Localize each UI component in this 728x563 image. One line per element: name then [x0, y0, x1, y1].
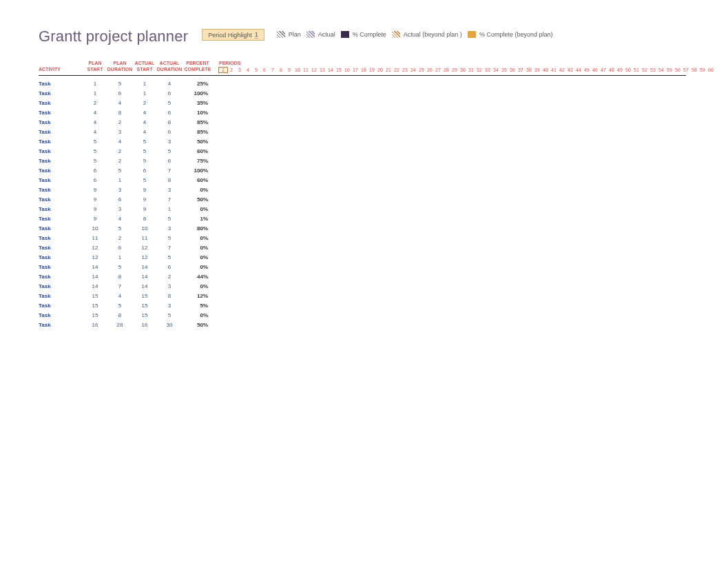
actual-start[interactable]: 1 — [134, 90, 156, 96]
actual-duration[interactable]: 5 — [156, 312, 183, 318]
actual-start[interactable]: 11 — [134, 235, 156, 241]
plan-duration[interactable]: 4 — [106, 293, 134, 299]
task-name[interactable]: Task — [39, 167, 84, 174]
actual-start[interactable]: 14 — [134, 283, 156, 289]
plan-start[interactable]: 1 — [84, 90, 106, 96]
period-cell[interactable]: 46 — [591, 68, 599, 72]
plan-start[interactable]: 1 — [84, 81, 106, 87]
percent-complete[interactable]: 80% — [183, 225, 212, 232]
plan-start[interactable]: 10 — [84, 225, 106, 232]
plan-start[interactable]: 6 — [84, 177, 106, 183]
plan-duration[interactable]: 5 — [106, 303, 134, 309]
period-cell[interactable]: 11 — [302, 68, 310, 72]
plan-start[interactable]: 11 — [84, 235, 106, 241]
period-cell[interactable]: 60 — [707, 68, 715, 72]
period-cell[interactable]: 21 — [384, 68, 393, 72]
task-name[interactable]: Task — [39, 322, 84, 328]
actual-duration[interactable]: 6 — [156, 129, 183, 135]
period-cell[interactable]: 6 — [260, 68, 269, 72]
task-name[interactable]: Task — [39, 139, 84, 145]
plan-duration[interactable]: 2 — [106, 148, 134, 154]
percent-complete[interactable]: 50% — [183, 322, 212, 328]
period-cell[interactable]: 35 — [500, 68, 508, 72]
period-cell[interactable]: 54 — [657, 68, 665, 72]
actual-duration[interactable]: 6 — [156, 90, 183, 96]
plan-duration[interactable]: 4 — [106, 100, 134, 106]
percent-complete[interactable]: 60% — [183, 177, 212, 183]
period-cell[interactable]: 52 — [641, 68, 649, 72]
period-cell[interactable]: 14 — [326, 68, 335, 72]
period-cell[interactable]: 3 — [236, 68, 244, 72]
percent-complete[interactable]: 50% — [183, 139, 212, 145]
actual-duration[interactable]: 5 — [156, 216, 183, 222]
period-cell[interactable]: 5 — [252, 68, 260, 72]
actual-duration[interactable]: 1 — [156, 206, 183, 212]
plan-start[interactable]: 16 — [84, 322, 106, 328]
percent-complete[interactable]: 75% — [183, 158, 212, 164]
period-cell[interactable]: 13 — [318, 68, 326, 72]
period-cell[interactable]: 40 — [541, 68, 550, 72]
actual-duration[interactable]: 2 — [156, 274, 183, 280]
task-name[interactable]: Task — [39, 110, 84, 116]
task-name[interactable]: Task — [39, 119, 84, 125]
period-cell[interactable]: 19 — [368, 68, 376, 72]
period-cell[interactable]: 29 — [450, 68, 459, 72]
plan-duration[interactable]: 3 — [106, 206, 134, 212]
period-cell[interactable]: 47 — [599, 68, 607, 72]
period-cell[interactable]: 20 — [376, 68, 384, 72]
plan-duration[interactable]: 8 — [106, 274, 134, 280]
plan-start[interactable]: 4 — [84, 110, 106, 116]
period-cell[interactable]: 37 — [517, 68, 525, 72]
task-name[interactable]: Task — [39, 129, 84, 135]
actual-start[interactable]: 6 — [134, 167, 156, 174]
actual-duration[interactable]: 3 — [156, 139, 183, 145]
percent-complete[interactable]: 100% — [183, 167, 212, 174]
plan-duration[interactable]: 3 — [106, 129, 134, 135]
actual-duration[interactable]: 7 — [156, 167, 183, 174]
actual-duration[interactable]: 6 — [156, 158, 183, 164]
period-cell[interactable]: 12 — [310, 68, 318, 72]
plan-duration[interactable]: 4 — [106, 139, 134, 145]
plan-duration[interactable]: 5 — [106, 264, 134, 270]
period-cell[interactable]: 55 — [665, 68, 674, 72]
period-cell[interactable]: 56 — [674, 68, 682, 72]
task-name[interactable]: Task — [39, 235, 84, 241]
task-name[interactable]: Task — [39, 81, 84, 87]
period-highlight-input[interactable]: Period Highlight 1 — [202, 29, 264, 41]
actual-duration[interactable]: 8 — [156, 119, 183, 125]
period-cell[interactable]: 58 — [690, 68, 698, 72]
actual-duration[interactable]: 4 — [156, 81, 183, 87]
period-cell[interactable]: 2 — [227, 68, 236, 72]
actual-duration[interactable]: 3 — [156, 225, 183, 232]
plan-duration[interactable]: 3 — [106, 187, 134, 193]
plan-start[interactable]: 14 — [84, 274, 106, 280]
period-cell[interactable]: 1 — [219, 68, 227, 72]
plan-duration[interactable]: 8 — [106, 110, 134, 116]
actual-duration[interactable]: 7 — [156, 196, 183, 203]
actual-start[interactable]: 14 — [134, 264, 156, 270]
percent-complete[interactable]: 44% — [183, 274, 212, 280]
percent-complete[interactable]: 0% — [183, 264, 212, 270]
plan-duration[interactable]: 5 — [106, 225, 134, 232]
task-name[interactable]: Task — [39, 187, 84, 193]
percent-complete[interactable]: 60% — [183, 148, 212, 154]
period-cell[interactable]: 23 — [401, 68, 409, 72]
percent-complete[interactable]: 0% — [183, 245, 212, 251]
period-cell[interactable]: 15 — [335, 68, 343, 72]
percent-complete[interactable]: 0% — [183, 312, 212, 318]
period-cell[interactable]: 48 — [607, 68, 616, 72]
period-cell[interactable]: 45 — [583, 68, 591, 72]
actual-start[interactable]: 2 — [134, 100, 156, 106]
period-cell[interactable]: 30 — [459, 68, 467, 72]
plan-duration[interactable]: 2 — [106, 119, 134, 125]
period-cell[interactable]: 10 — [293, 68, 302, 72]
actual-duration[interactable]: 5 — [156, 148, 183, 154]
period-cell[interactable]: 49 — [616, 68, 624, 72]
percent-complete[interactable]: 85% — [183, 119, 212, 125]
actual-start[interactable]: 15 — [134, 303, 156, 309]
actual-start[interactable]: 1 — [134, 81, 156, 87]
actual-duration[interactable]: 5 — [156, 235, 183, 241]
percent-complete[interactable]: 12% — [183, 293, 212, 299]
task-name[interactable]: Task — [39, 148, 84, 154]
period-cell[interactable]: 8 — [277, 68, 285, 72]
